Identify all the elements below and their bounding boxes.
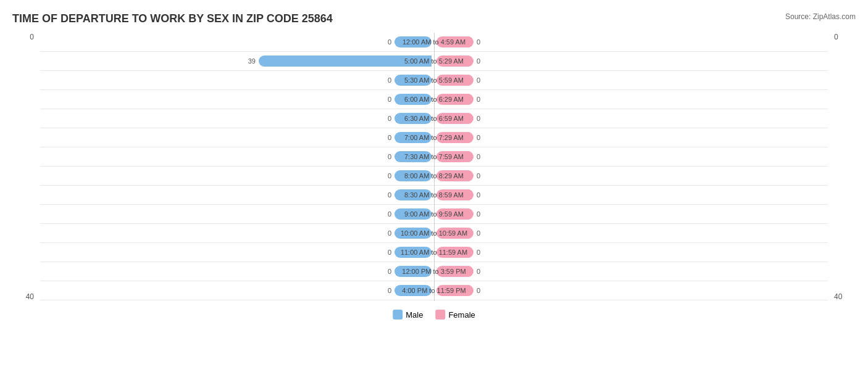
female-bar [436, 94, 474, 105]
female-bar [436, 113, 474, 124]
male-bar [394, 266, 432, 277]
female-value: 0 [477, 134, 484, 141]
right-section: 0 [434, 71, 828, 89]
left-section: 0 [40, 167, 434, 185]
female-bar [436, 208, 474, 220]
female-bar [436, 247, 474, 258]
female-value: 0 [477, 115, 484, 122]
y-axis-left: 0 40 [12, 33, 37, 301]
male-bar [394, 285, 432, 296]
female-value: 0 [477, 268, 484, 275]
female-bar [436, 56, 474, 67]
male-value: 39 [248, 57, 256, 65]
left-section: 0 [40, 262, 434, 281]
male-bar [394, 247, 432, 258]
chart-container: TIME OF DEPARTURE TO WORK BY SEX IN ZIP … [0, 0, 868, 367]
female-value: 0 [477, 210, 484, 218]
male-value: 0 [384, 38, 391, 46]
legend-female-box [435, 310, 445, 320]
right-section: 0 [434, 90, 828, 109]
male-value: 0 [384, 153, 391, 160]
male-bar [394, 132, 432, 143]
male-value: 0 [384, 249, 391, 256]
male-value: 0 [384, 115, 391, 122]
male-bar [259, 56, 432, 67]
male-value: 0 [384, 268, 391, 275]
female-bar [436, 266, 474, 277]
female-bar [436, 189, 474, 200]
center-divider [434, 33, 435, 301]
legend-female-label: Female [448, 310, 475, 320]
female-value: 0 [477, 76, 484, 84]
chart-title: TIME OF DEPARTURE TO WORK BY SEX IN ZIP … [12, 12, 856, 25]
left-section: 0 [40, 224, 434, 242]
female-bar [436, 75, 474, 86]
y-right-top: 0 [834, 33, 838, 41]
male-value: 0 [384, 134, 391, 141]
right-section: 0 [434, 109, 828, 128]
right-section: 0 [434, 128, 828, 147]
female-value: 0 [477, 38, 484, 46]
male-value: 0 [384, 172, 391, 179]
male-value: 0 [384, 76, 391, 84]
female-bar [436, 228, 474, 239]
y-left-top: 0 [30, 33, 34, 41]
legend-male-label: Male [406, 310, 423, 320]
male-value: 0 [384, 229, 391, 237]
y-axis-right: 0 40 [831, 33, 856, 301]
male-bar [394, 228, 432, 239]
female-value: 0 [477, 287, 484, 294]
right-section: 0 [434, 186, 828, 204]
left-section: 0 [40, 33, 434, 51]
female-value: 0 [477, 172, 484, 179]
right-section: 0 [434, 147, 828, 166]
right-section: 0 [434, 167, 828, 185]
female-bar [436, 170, 474, 181]
right-section: 0 [434, 281, 828, 300]
male-value: 0 [384, 96, 391, 103]
left-section: 0 [40, 90, 434, 109]
female-value: 0 [477, 191, 484, 199]
female-bar [436, 151, 474, 162]
right-section: 0 [434, 205, 828, 223]
male-value: 0 [384, 191, 391, 199]
left-section: 0 [40, 128, 434, 147]
female-value: 0 [477, 96, 484, 103]
left-section: 0 [40, 281, 434, 300]
female-value: 0 [477, 153, 484, 160]
y-left-bottom: 40 [26, 292, 34, 301]
right-section: 0 [434, 33, 828, 51]
male-bar [394, 36, 432, 47]
left-section: 0 [40, 71, 434, 89]
legend-male-box [393, 310, 403, 320]
female-bar [436, 36, 474, 47]
right-section: 0 [434, 224, 828, 242]
male-bar [394, 189, 432, 200]
female-value: 0 [477, 57, 484, 65]
right-section: 0 [434, 243, 828, 262]
y-right-bottom: 40 [834, 292, 842, 301]
bars-area: 0 12:00 AM to 4:59 AM 0 39 5:00 AM to 5:… [40, 33, 828, 301]
left-section: 0 [40, 205, 434, 223]
chart-area: 0 40 0 40 0 12:00 AM to 4:59 AM 0 39 [12, 33, 856, 320]
female-bar [436, 285, 474, 296]
left-section: 39 [40, 52, 434, 70]
right-section: 0 [434, 262, 828, 281]
male-bar [394, 170, 432, 181]
female-value: 0 [477, 229, 484, 237]
male-value: 0 [384, 287, 391, 294]
female-value: 0 [477, 249, 484, 256]
female-bar [436, 132, 474, 143]
left-section: 0 [40, 186, 434, 204]
male-bar [394, 113, 432, 124]
male-bar [394, 151, 432, 162]
male-bar [394, 94, 432, 105]
male-value: 0 [384, 210, 391, 218]
left-section: 0 [40, 109, 434, 128]
male-bar [394, 75, 432, 86]
legend-female: Female [435, 310, 475, 320]
left-section: 0 [40, 243, 434, 262]
right-section: 0 [434, 52, 828, 70]
legend-male: Male [393, 310, 423, 320]
left-section: 0 [40, 147, 434, 166]
